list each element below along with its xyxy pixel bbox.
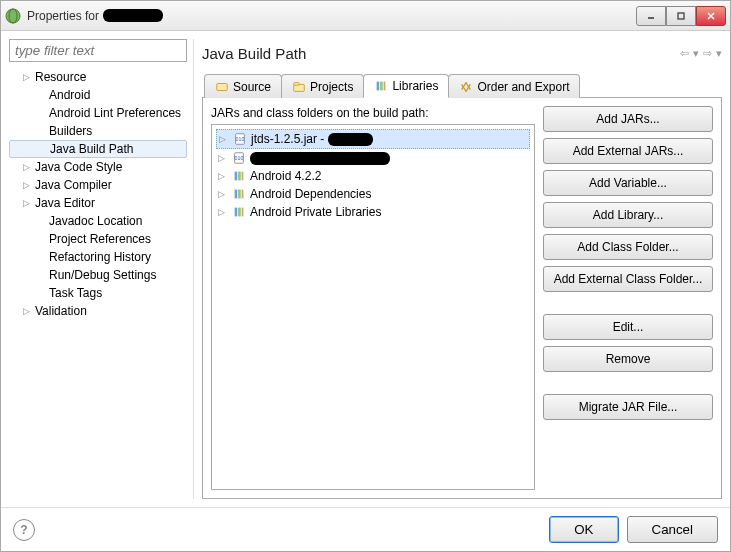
library-row[interactable]: ▷Android 4.2.2 (216, 167, 530, 185)
sidebar-item-java-compiler[interactable]: ▷Java Compiler (9, 176, 187, 194)
titlebar: Properties for (1, 1, 730, 31)
close-button[interactable] (696, 6, 726, 26)
tab-label: Libraries (392, 79, 438, 93)
svg-text:010: 010 (236, 136, 245, 142)
library-label: jtds-1.2.5.jar - (251, 132, 324, 146)
order-icon (459, 80, 473, 94)
library-row[interactable]: ▷010jtds-1.2.5.jar - (216, 129, 530, 149)
sidebar-item-label: Java Compiler (35, 178, 112, 192)
svg-rect-23 (238, 208, 241, 217)
expand-arrow-icon: ▷ (23, 306, 33, 316)
libraries-tab-content: JARs and class folders on the build path… (202, 98, 722, 499)
eclipse-icon (5, 8, 21, 24)
sidebar-item-java-editor[interactable]: ▷Java Editor (9, 194, 187, 212)
remove-button[interactable]: Remove (543, 346, 713, 372)
svg-rect-16 (235, 172, 238, 181)
cancel-button[interactable]: Cancel (627, 516, 719, 543)
sidebar-item-label: Validation (35, 304, 87, 318)
sidebar-item-label: Task Tags (49, 286, 102, 300)
tab-source[interactable]: Source (204, 74, 282, 98)
sidebar-item-javadoc-location[interactable]: Javadoc Location (9, 212, 187, 230)
sidebar-item-project-references[interactable]: Project References (9, 230, 187, 248)
tab-label: Projects (310, 80, 353, 94)
add-library-button[interactable]: Add Library... (543, 202, 713, 228)
redacted-path (328, 133, 373, 146)
tab-order-and-export[interactable]: Order and Export (448, 74, 580, 98)
minimize-button[interactable] (636, 6, 666, 26)
tabbar: SourceProjectsLibrariesOrder and Export (202, 73, 722, 98)
help-icon[interactable]: ? (13, 519, 35, 541)
sidebar-item-android[interactable]: Android (9, 86, 187, 104)
forward-menu-icon[interactable]: ▾ (716, 47, 722, 60)
sidebar-item-android-lint-preferences[interactable]: Android Lint Preferences (9, 104, 187, 122)
migrate-jar-button[interactable]: Migrate JAR File... (543, 394, 713, 420)
back-menu-icon[interactable]: ▾ (693, 47, 699, 60)
jars-list[interactable]: ▷010jtds-1.2.5.jar - ▷010▷Android 4.2.2▷… (211, 124, 535, 490)
svg-rect-8 (294, 82, 299, 85)
sidebar-item-java-code-style[interactable]: ▷Java Code Style (9, 158, 187, 176)
add-class-folder-button[interactable]: Add Class Folder... (543, 234, 713, 260)
sidebar-item-builders[interactable]: Builders (9, 122, 187, 140)
expand-arrow-icon: ▷ (23, 198, 33, 208)
ok-button[interactable]: OK (549, 516, 618, 543)
expand-arrow-icon: ▷ (219, 134, 229, 144)
add-external-jars-button[interactable]: Add External JARs... (543, 138, 713, 164)
sidebar-item-label: Builders (49, 124, 92, 138)
svg-text:010: 010 (235, 155, 244, 161)
forward-icon[interactable]: ⇨ (703, 47, 712, 60)
edit-button[interactable]: Edit... (543, 314, 713, 340)
library-label: Android Private Libraries (250, 205, 381, 219)
nav-arrows: ⇦ ▾ ⇨ ▾ (680, 47, 722, 60)
library-row[interactable]: ▷Android Dependencies (216, 185, 530, 203)
libraries-icon (374, 79, 388, 93)
svg-rect-21 (242, 190, 244, 199)
library-label: Android 4.2.2 (250, 169, 321, 183)
sidebar-item-label: Java Editor (35, 196, 95, 210)
sidebar-item-label: Run/Debug Settings (49, 268, 156, 282)
window-title: Properties for (27, 9, 636, 23)
projects-icon (292, 80, 306, 94)
svg-rect-9 (377, 82, 380, 91)
footer: ? OK Cancel (1, 507, 730, 551)
library-row[interactable]: ▷010 (216, 149, 530, 167)
maximize-button[interactable] (666, 6, 696, 26)
tab-projects[interactable]: Projects (281, 74, 364, 98)
expand-arrow-icon: ▷ (218, 171, 228, 181)
sidebar-item-refactoring-history[interactable]: Refactoring History (9, 248, 187, 266)
expand-arrow-icon: ▷ (23, 162, 33, 172)
sidebar-item-label: Android (49, 88, 90, 102)
sidebar-item-label: Project References (49, 232, 151, 246)
tab-libraries[interactable]: Libraries (363, 74, 449, 98)
sidebar-item-java-build-path[interactable]: Java Build Path (9, 140, 187, 158)
expand-arrow-icon: ▷ (218, 153, 228, 163)
add-jars-button[interactable]: Add JARs... (543, 106, 713, 132)
redacted-project-name (103, 9, 163, 22)
svg-rect-17 (238, 172, 241, 181)
svg-rect-19 (235, 190, 238, 199)
library-row[interactable]: ▷Android Private Libraries (216, 203, 530, 221)
svg-rect-24 (242, 208, 244, 217)
expand-arrow-icon: ▷ (218, 207, 228, 217)
sidebar-item-label: Refactoring History (49, 250, 151, 264)
expand-arrow-icon: ▷ (23, 72, 33, 82)
main-panel: Java Build Path ⇦ ▾ ⇨ ▾ SourceProjectsLi… (193, 39, 722, 499)
library-icon (232, 187, 246, 201)
add-variable-button[interactable]: Add Variable... (543, 170, 713, 196)
sidebar-item-label: Java Code Style (35, 160, 122, 174)
svg-rect-11 (384, 82, 386, 91)
svg-rect-22 (235, 208, 238, 217)
window-title-prefix: Properties for (27, 9, 99, 23)
jar-icon: 010 (232, 151, 246, 165)
sidebar-item-task-tags[interactable]: Task Tags (9, 284, 187, 302)
button-column: Add JARs... Add External JARs... Add Var… (543, 106, 713, 490)
sidebar-item-resource[interactable]: ▷Resource (9, 68, 187, 86)
svg-rect-3 (678, 13, 684, 19)
sidebar-item-run-debug-settings[interactable]: Run/Debug Settings (9, 266, 187, 284)
jar-icon: 010 (233, 132, 247, 146)
filter-input[interactable] (9, 39, 187, 62)
sidebar-item-label: Java Build Path (50, 142, 133, 156)
add-external-class-folder-button[interactable]: Add External Class Folder... (543, 266, 713, 292)
sidebar-item-validation[interactable]: ▷Validation (9, 302, 187, 320)
back-icon[interactable]: ⇦ (680, 47, 689, 60)
library-icon (232, 169, 246, 183)
